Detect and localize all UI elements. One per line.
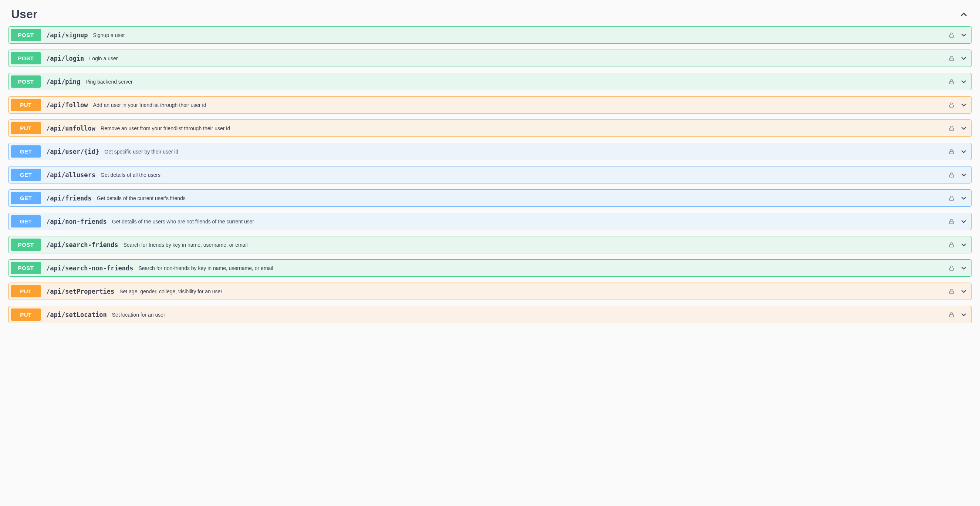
svg-rect-10 [950,268,954,271]
operation-actions [948,124,968,132]
operation-actions [948,78,968,86]
operation-actions [948,194,968,202]
unlock-icon[interactable] [948,78,955,86]
chevron-down-icon [960,264,968,272]
chevron-down-icon [960,101,968,109]
operation-actions [948,311,968,319]
method-badge: PUT [11,99,41,111]
method-badge: POST [11,262,41,274]
endpoint-summary: Remove an user from your friendlist thro… [100,126,943,131]
operation-row[interactable]: PUT/api/setLocationSet location for an u… [8,306,972,323]
operation-row[interactable]: PUT/api/followAdd an user in your friend… [8,96,972,113]
method-badge: PUT [11,285,41,298]
tag-header[interactable]: User [7,4,973,26]
operation-actions [948,148,968,156]
chevron-down-icon [960,78,968,86]
endpoint-summary: Search for friends by key in name, usern… [123,242,943,248]
endpoint-path: /api/search-friends [46,241,118,248]
chevron-down-icon [960,124,968,132]
endpoint-path: /api/friends [46,194,92,202]
svg-rect-11 [950,291,954,294]
svg-rect-6 [950,175,954,177]
svg-rect-7 [950,198,954,200]
svg-rect-9 [950,245,954,247]
endpoint-summary: Set age, gender, college, visibility for… [119,288,943,294]
chevron-up-icon [959,9,969,20]
svg-rect-12 [950,314,954,317]
endpoint-path: /api/unfollow [46,125,95,132]
operation-actions [948,101,968,109]
endpoint-path: /api/setLocation [46,311,107,318]
operation-actions [948,31,968,39]
endpoint-summary: Login a user [89,56,943,61]
svg-rect-2 [950,81,954,84]
endpoint-summary: Ping backend server [86,79,943,85]
unlock-icon[interactable] [948,288,955,295]
operation-row[interactable]: POST/api/search-friendsSearch for friend… [8,236,972,253]
operation-row[interactable]: POST/api/search-non-friendsSearch for no… [8,259,972,277]
operation-actions [948,171,968,179]
unlock-icon[interactable] [948,55,955,62]
chevron-down-icon [960,194,968,202]
endpoint-summary: Get specific user by their user id [104,149,943,154]
operation-row[interactable]: POST/api/loginLogin a user [8,49,972,67]
unlock-icon[interactable] [948,32,955,39]
operation-row[interactable]: PUT/api/setPropertiesSet age, gender, co… [8,283,972,300]
method-badge: POST [11,52,41,64]
operation-row[interactable]: POST/api/signupSignup a user [8,26,972,44]
operations-list: POST/api/signupSignup a userPOST/api/log… [7,26,973,327]
endpoint-path: /api/ping [46,78,80,86]
svg-rect-8 [950,221,954,224]
endpoint-path: /api/allusers [46,171,95,179]
method-badge: POST [11,239,41,251]
operation-row[interactable]: GET/api/friendsGet details of the curren… [8,189,972,207]
endpoint-path: /api/search-non-friends [46,264,133,272]
endpoint-summary: Signup a user [93,32,943,38]
chevron-down-icon [960,148,968,156]
svg-rect-3 [950,105,954,107]
method-badge: POST [11,29,41,41]
unlock-icon[interactable] [948,171,955,179]
svg-rect-0 [950,35,954,37]
method-badge: GET [11,215,41,228]
operation-row[interactable]: PUT/api/unfollowRemove an user from your… [8,119,972,137]
operation-row[interactable]: GET/api/allusersGet details of all the u… [8,166,972,183]
svg-rect-5 [950,151,954,154]
operation-actions [948,287,968,296]
endpoint-summary: Get details of the current user's friend… [97,195,943,201]
endpoint-path: /api/login [46,55,84,62]
operation-row[interactable]: GET/api/non-friendsGet details of the us… [8,213,972,230]
endpoint-summary: Set location for an user [112,312,943,318]
tag-title: User [11,7,37,21]
endpoint-summary: Search for non-friends by key in name, u… [138,265,943,271]
method-badge: GET [11,169,41,181]
chevron-down-icon [960,311,968,319]
svg-rect-1 [950,58,954,60]
unlock-icon[interactable] [948,148,955,155]
endpoint-path: /api/signup [46,32,88,39]
endpoint-path: /api/user/{id} [46,148,99,155]
endpoint-summary: Get details of all the users [100,172,943,178]
unlock-icon[interactable] [948,264,955,272]
operation-actions [948,54,968,62]
chevron-down-icon [960,54,968,62]
method-badge: GET [11,192,41,204]
chevron-down-icon [960,171,968,179]
endpoint-summary: Add an user in your friendlist through t… [93,102,943,108]
chevron-down-icon [960,287,968,296]
unlock-icon[interactable] [948,194,955,202]
endpoint-path: /api/follow [46,101,88,109]
svg-rect-4 [950,128,954,130]
unlock-icon[interactable] [948,218,955,225]
method-badge: PUT [11,122,41,134]
unlock-icon[interactable] [948,101,955,109]
operation-row[interactable]: POST/api/pingPing backend server [8,73,972,90]
unlock-icon[interactable] [948,125,955,132]
endpoint-path: /api/non-friends [46,218,107,225]
operation-row[interactable]: GET/api/user/{id}Get specific user by th… [8,143,972,160]
chevron-down-icon [960,241,968,249]
method-badge: PUT [11,309,41,321]
unlock-icon[interactable] [948,311,955,318]
method-badge: GET [11,145,41,158]
unlock-icon[interactable] [948,241,955,248]
